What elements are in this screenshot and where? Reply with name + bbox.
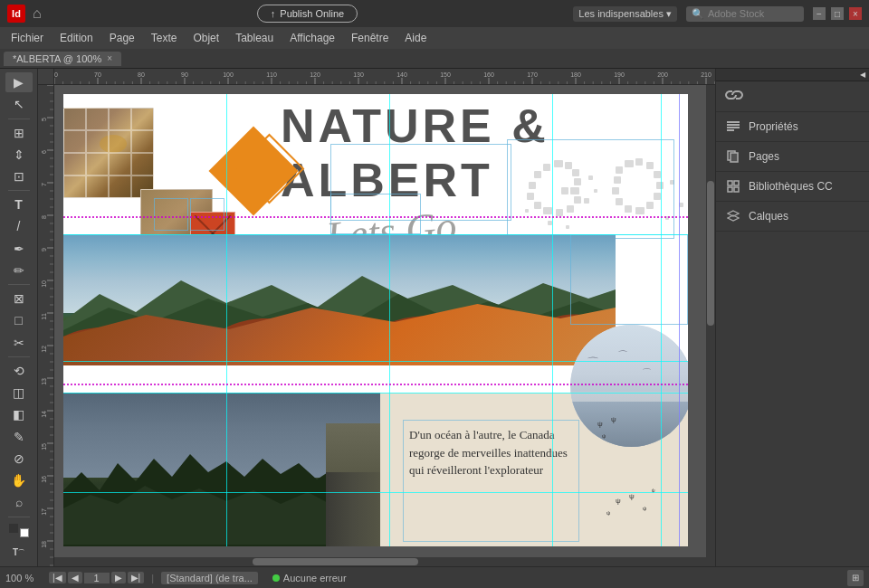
document-canvas[interactable]: NATURE & ALBERT (54, 85, 715, 566)
preset-dropdown[interactable]: Les indispensables ▾ (573, 6, 677, 22)
properties-icon (725, 119, 741, 134)
menu-tableau[interactable]: Tableau (228, 30, 281, 46)
direct-select-tool[interactable]: ↖ (5, 94, 33, 114)
bird-1: ψ (597, 420, 603, 428)
bird-3: ψ (602, 433, 606, 439)
tab-title: *ALBERTA @ 100% (13, 53, 101, 64)
title-bar: Id ⌂ ↑ Publish Online Les indispensables… (0, 0, 869, 27)
zoom-level[interactable]: 100 % (5, 573, 42, 583)
menu-fichier[interactable]: Fichier (4, 30, 51, 46)
svg-rect-49 (728, 181, 732, 185)
adobe-stock-search[interactable]: 🔍 Adobe Stock (686, 6, 804, 22)
right-panel: ◀ Propriétés (715, 69, 869, 566)
bird-6: ψ (606, 510, 610, 516)
pencil-tool[interactable]: ✏ (5, 261, 33, 280)
fill-stroke-tool[interactable] (5, 520, 33, 540)
eyedropper-tool[interactable]: ⊘ (5, 449, 33, 469)
libraries-panel-item[interactable]: Bibliothèques CC (716, 172, 869, 202)
close-button[interactable]: × (849, 7, 862, 20)
frame-mid-2[interactable] (507, 139, 674, 239)
layers-label: Calques (749, 210, 788, 223)
page-style-label: [Standard] (de tra... (167, 573, 253, 583)
empty-frame-1[interactable] (154, 198, 188, 231)
maximize-button[interactable]: □ (831, 7, 844, 20)
menu-affichage[interactable]: Affichage (282, 30, 342, 46)
h-scroll-thumb[interactable] (253, 558, 418, 565)
properties-panel-item[interactable]: Propriétés (716, 112, 869, 142)
bird-7: ψ (643, 506, 646, 511)
empty-frame-2[interactable] (190, 198, 224, 231)
app-icon: Id (7, 5, 25, 23)
toolbar-separator-4 (8, 356, 30, 357)
frame-right-1[interactable] (570, 234, 688, 325)
menu-edition[interactable]: Edition (53, 30, 100, 46)
error-status: Aucune erreur (272, 573, 347, 583)
page-content: NATURE & ALBERT (63, 94, 688, 546)
note-tool[interactable]: ✎ (5, 426, 33, 446)
content-tool[interactable]: ⊡ (5, 166, 33, 186)
status-separator: | (151, 573, 154, 583)
hand-tool[interactable]: ✋ (5, 470, 33, 490)
home-icon[interactable]: ⌂ (33, 5, 42, 22)
vertical-ruler (38, 85, 54, 566)
next-page-button[interactable]: ▶ (111, 572, 126, 583)
type-tool[interactable]: T (5, 194, 33, 214)
free-transform-tool[interactable]: ⟲ (5, 361, 33, 381)
document-tab[interactable]: *ALBERTA @ 100% × (4, 52, 121, 66)
panel-collapse-button[interactable]: ◀ (716, 69, 869, 81)
toolbar-separator-2 (8, 190, 30, 191)
fit-page-button[interactable]: ⊞ (847, 570, 864, 586)
rectangle-tool[interactable]: □ (5, 310, 33, 330)
tab-bar: *ALBERTA @ 100% × (0, 49, 869, 69)
select-tool[interactable]: ▶ (5, 72, 33, 92)
zoom-tool[interactable]: ⌕ (5, 492, 33, 512)
libraries-label: Bibliothèques CC (749, 180, 833, 193)
collapse-icon: ◀ (860, 71, 865, 79)
frame-mid-3[interactable] (330, 194, 421, 234)
svg-rect-45 (727, 127, 740, 128)
menu-fenetre[interactable]: Fenêtre (344, 30, 396, 46)
forest-photo[interactable] (63, 393, 380, 546)
close-tab-button[interactable]: × (107, 53, 112, 63)
circle-photo[interactable]: ⌒ ⌒ ⌒ (570, 325, 688, 447)
canvas-area[interactable]: NATURE & ALBERT (38, 69, 715, 566)
page-number-input[interactable] (84, 573, 110, 583)
menu-objet[interactable]: Objet (186, 30, 226, 46)
page-style-area[interactable]: [Standard] (de tra... (161, 572, 258, 584)
pages-panel-item[interactable]: Pages (716, 142, 869, 172)
bird-5: ψ (629, 492, 635, 500)
menu-page[interactable]: Page (102, 30, 142, 46)
type-on-path-tool[interactable]: T⌒ (5, 543, 33, 563)
gradient-feather-tool[interactable]: ◧ (5, 404, 33, 424)
prev-page-button[interactable]: ◀ (68, 572, 82, 583)
rectangle-frame-tool[interactable]: ⊠ (5, 289, 33, 308)
main-layout: ▶ ↖ ⊞ ⇕ ⊡ T / ✒ ✏ ⊠ □ ✂ ⟲ ◫ ◧ ✎ ⊘ ✋ ⌕ T⌒ (0, 69, 869, 566)
menu-texte[interactable]: Texte (144, 30, 185, 46)
svg-rect-52 (734, 187, 739, 192)
guide-v-3 (552, 94, 553, 546)
link-icon (725, 87, 743, 103)
svg-rect-46 (727, 129, 734, 131)
menu-aide[interactable]: Aide (397, 30, 434, 46)
layers-panel-item[interactable]: Calques (716, 202, 869, 232)
horizontal-scrollbar[interactable] (54, 557, 715, 566)
mountain-photo[interactable] (63, 234, 616, 365)
vertical-scrollbar[interactable] (706, 85, 715, 566)
pen-tool[interactable]: ✒ (5, 239, 33, 259)
gradient-tool[interactable]: ◫ (5, 383, 33, 403)
scissors-tool[interactable]: ✂ (5, 332, 33, 352)
bleed-guide-h-top (63, 216, 688, 218)
guide-h-4 (63, 492, 688, 493)
minimize-button[interactable]: − (813, 7, 826, 20)
ruler-corner (38, 69, 54, 85)
horizontal-ruler (54, 69, 715, 85)
line-tool[interactable]: / (5, 216, 33, 236)
photo-grid[interactable] (63, 108, 231, 252)
last-page-button[interactable]: ▶| (128, 572, 145, 583)
title-bar-left: Id ⌂ (7, 5, 42, 23)
publish-online-button[interactable]: ↑ Publish Online (257, 5, 358, 23)
page-tool[interactable]: ⊞ (5, 122, 33, 142)
first-page-button[interactable]: |◀ (49, 572, 66, 583)
gap-tool[interactable]: ⇕ (5, 145, 33, 165)
v-scroll-thumb[interactable] (707, 181, 714, 326)
